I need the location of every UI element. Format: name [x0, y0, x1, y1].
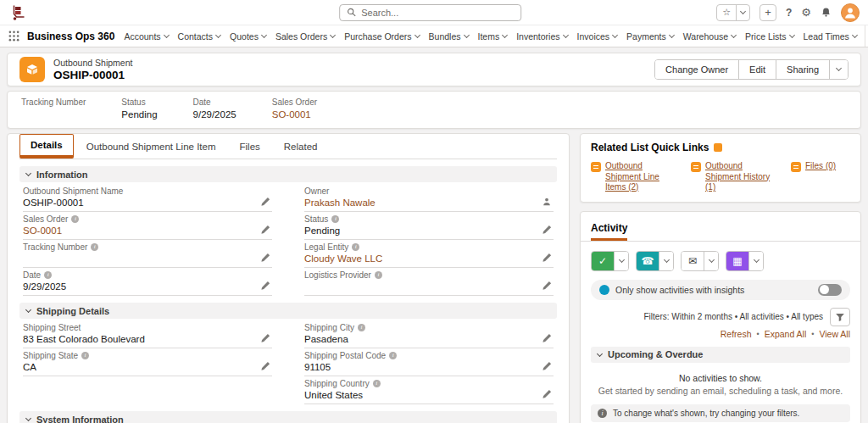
favorites-control[interactable]: ☆ [716, 4, 750, 21]
help-icon[interactable]: ? [786, 7, 792, 19]
nav-item-contacts[interactable]: Contacts [178, 31, 220, 42]
nav-item-inventories[interactable]: Inventories [516, 31, 567, 42]
field-sales-order: Sales OrderiSO-0001 [23, 212, 272, 240]
inline-edit-pencil-icon[interactable] [260, 333, 270, 343]
section-header-system-information[interactable]: System Information [19, 411, 557, 423]
chevron-down-icon [330, 31, 336, 37]
inline-edit-pencil-icon[interactable] [542, 389, 552, 399]
info-icon: i [389, 352, 397, 359]
nav-item-items[interactable]: Items [478, 31, 508, 42]
new-event-button[interactable]: ▦ [726, 251, 764, 271]
inline-edit-pencil-icon[interactable] [260, 281, 270, 291]
insights-icon [599, 285, 609, 295]
empty-title: No activities to show. [591, 373, 850, 383]
content-area: Outbound Shipment OSHIP-00001 Change Own… [0, 47, 868, 423]
record-actions-menu-button[interactable] [829, 60, 848, 79]
new-event-menu-button[interactable] [748, 252, 763, 270]
field-shipping-street: Shipping Street83 East Colorado Boulevar… [23, 320, 272, 348]
nav-item-sales-orders[interactable]: Sales Orders [275, 31, 335, 42]
sharing-button[interactable]: Sharing [776, 60, 829, 79]
highlight-link[interactable]: SO-0001 [272, 109, 311, 120]
field-owner: OwnerPrakash Nawale [304, 184, 554, 212]
related-list-icon [591, 162, 601, 172]
field-shipping-state: Shipping StateiCA [23, 348, 272, 376]
empty-cell [23, 376, 272, 404]
inline-edit-pencil-icon[interactable] [260, 197, 270, 207]
inline-edit-pencil-icon[interactable] [542, 361, 552, 371]
record-tabs: DetailsOutbound Shipment Line ItemFilesR… [19, 134, 557, 159]
user-avatar[interactable] [841, 3, 860, 22]
info-icon: i [598, 409, 607, 418]
nav-item-accounts[interactable]: Accounts [124, 31, 168, 42]
field-value-link[interactable]: SO-0001 [23, 225, 62, 236]
inline-edit-pencil-icon[interactable] [542, 253, 552, 263]
nav-item-lead-times[interactable]: Lead Times [804, 31, 857, 42]
info-icon: i [91, 243, 98, 251]
tab-files[interactable]: Files [229, 134, 271, 159]
nav-active-tab[interactable]: * OSHIP-00001 × [865, 25, 868, 47]
record-detail-card: DetailsOutbound Shipment Line ItemFilesR… [7, 133, 570, 423]
chevron-down-icon [25, 415, 31, 421]
expand-all-link[interactable]: Expand All [765, 329, 807, 339]
email-button[interactable]: ✉ [681, 251, 719, 271]
info-icon: i [71, 215, 79, 223]
insights-toggle[interactable] [818, 284, 842, 296]
app-launcher-icon[interactable] [8, 31, 19, 42]
favorites-menu-button[interactable] [736, 5, 749, 20]
info-icon: i [375, 271, 382, 279]
upcoming-overdue-section[interactable]: Upcoming & Overdue [591, 347, 850, 363]
section-header-information[interactable]: Information [19, 166, 557, 182]
change-owner-button[interactable]: Change Owner [655, 60, 738, 79]
tab-details[interactable]: Details [19, 134, 74, 159]
chevron-down-icon [753, 256, 759, 262]
nav-item-purchase-orders[interactable]: Purchase Orders [344, 31, 419, 42]
inline-edit-pencil-icon[interactable] [260, 225, 270, 235]
insights-label: Only show activities with insights [615, 285, 744, 295]
chevron-down-icon [618, 256, 624, 262]
change-owner-icon[interactable] [542, 197, 552, 207]
email-menu-button[interactable] [704, 252, 718, 270]
nav-item-invoices[interactable]: Invoices [577, 31, 618, 42]
tip-text: To change what's shown, try changing you… [613, 409, 799, 418]
tab-outbound-shipment-line-item[interactable]: Outbound Shipment Line Item [75, 134, 227, 159]
field-value-link[interactable]: Cloudy Wave LLC [304, 253, 382, 264]
filter-settings-button[interactable] [830, 308, 850, 326]
new-task-menu-button[interactable] [614, 252, 628, 270]
activity-empty-state: No activities to show. Get started by se… [591, 373, 850, 396]
fields-grid: Outbound Shipment NameOSHIP-00001OwnerPr… [19, 184, 557, 296]
tab-activity[interactable]: Activity [591, 222, 627, 241]
field-outbound-shipment-name: Outbound Shipment NameOSHIP-00001 [23, 184, 272, 212]
view-all-link[interactable]: View All [819, 329, 850, 339]
nav-item-quotes[interactable]: Quotes [230, 31, 266, 42]
field-tracking-number: Tracking Numberi [23, 240, 272, 268]
section-header-shipping-details[interactable]: Shipping Details [19, 303, 557, 319]
log-a-call-icon: ☎ [637, 252, 659, 270]
search-input[interactable] [361, 8, 514, 18]
notifications-bell-icon[interactable] [821, 7, 832, 18]
log-a-call-button[interactable]: ☎ [636, 251, 674, 271]
star-icon[interactable]: ☆ [717, 7, 736, 18]
global-actions-add-button[interactable]: + [760, 4, 776, 21]
new-task-button[interactable]: ✓ [591, 251, 629, 271]
field-value-link[interactable]: Prakash Nawale [304, 198, 376, 208]
nav-item-payments[interactable]: Payments [626, 31, 674, 42]
tab-related[interactable]: Related [273, 134, 329, 159]
chevron-down-icon [740, 8, 746, 14]
inline-edit-pencil-icon[interactable] [260, 361, 270, 371]
field-legal-entity: Legal EntityiCloudy Wave LLC [304, 240, 554, 268]
inline-edit-pencil-icon[interactable] [542, 281, 552, 291]
nav-item-price-lists[interactable]: Price Lists [745, 31, 793, 42]
highlights-panel: Tracking NumberStatusPendingDate9/29/202… [7, 91, 861, 129]
inline-edit-pencil-icon[interactable] [542, 225, 552, 235]
related-list-icon [791, 162, 801, 172]
nav-item-warehouse[interactable]: Warehouse [683, 31, 736, 42]
nav-item-bundles[interactable]: Bundles [429, 31, 469, 42]
setup-gear-icon[interactable]: ⚙ [801, 6, 811, 19]
edit-button[interactable]: Edit [738, 60, 776, 79]
refresh-link[interactable]: Refresh [721, 329, 752, 339]
inline-edit-pencil-icon[interactable] [260, 253, 270, 263]
field-status: StatusiPending [304, 212, 554, 240]
global-search[interactable] [339, 4, 521, 21]
inline-edit-pencil-icon[interactable] [542, 333, 552, 343]
log-a-call-menu-button[interactable] [659, 252, 673, 270]
